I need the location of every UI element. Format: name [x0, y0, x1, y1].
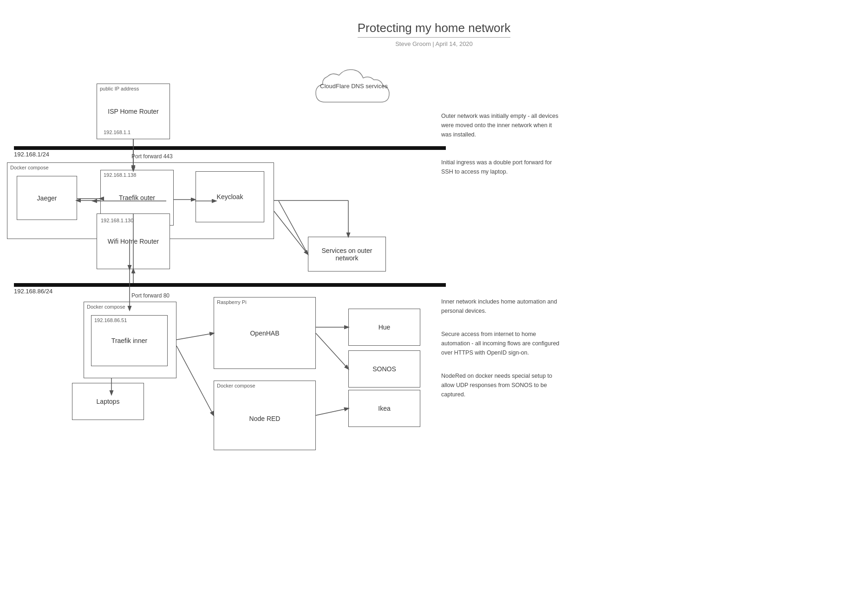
- hue-box: Hue: [348, 309, 420, 346]
- keycloak-name: Keycloak: [217, 193, 243, 200]
- ikea-name: Ikea: [378, 405, 390, 412]
- cloud-label: CloudFlare DNS services: [317, 83, 391, 90]
- node-red-container-label: Docker compose: [217, 383, 255, 388]
- page-subtitle: Steve Groom | April 14, 2020: [0, 40, 868, 47]
- services-outer-name: Services on outer network: [308, 245, 385, 264]
- openhab-name: OpenHAB: [250, 330, 279, 337]
- jaeger-box: Jaeger: [17, 176, 77, 220]
- raspberry-pi-label: Raspberry Pi: [217, 299, 247, 305]
- cloudflare-cloud: CloudFlare DNS services: [307, 65, 399, 116]
- isp-router-box: public IP address ISP Home Router 192.16…: [97, 84, 170, 139]
- port-forward-443-label: Port forward 443: [131, 153, 173, 160]
- inner-annotation-2: Secure access from internet to home auto…: [441, 330, 562, 357]
- isp-label: public IP address: [100, 86, 139, 91]
- outer-annotation-2: Initial ingress was a double port forwar…: [441, 158, 562, 176]
- svg-line-26: [316, 333, 348, 369]
- node-red-name: Node RED: [249, 415, 281, 422]
- docker-compose-noderedcontainer: Docker compose Node RED: [214, 381, 316, 450]
- raspberry-pi-container: Raspberry Pi OpenHAB: [214, 297, 316, 369]
- svg-line-22: [176, 333, 214, 340]
- docker-compose-inner: Docker compose 192.168.86.51 Traefik inn…: [84, 302, 176, 378]
- jaeger-name: Jaeger: [37, 194, 57, 202]
- traefik-outer-name: Traefik outer: [119, 194, 155, 201]
- inner-annotation-3: NodeRed on docker needs special setup to…: [441, 371, 562, 399]
- svg-line-27: [316, 408, 348, 415]
- laptops-box: Laptops: [72, 383, 144, 420]
- traefik-inner-box: 192.168.86.51 Traefik inner: [91, 315, 168, 366]
- inner-annotation-1: Inner network includes home automation a…: [441, 297, 562, 316]
- wifi-router-ip: 192.168.1.130: [101, 218, 133, 223]
- sonos-box: SONOS: [348, 350, 420, 388]
- ikea-box: Ikea: [348, 390, 420, 427]
- outer-network-label: 192.168.1/24: [14, 151, 49, 158]
- docker-compose-inner-label: Docker compose: [87, 304, 125, 310]
- traefik-outer-ip: 192.168.1.138: [104, 172, 136, 178]
- docker-compose-outer-label: Docker compose: [10, 165, 49, 170]
- traefik-inner-name: Traefik inner: [111, 337, 147, 344]
- svg-line-10: [274, 211, 308, 254]
- sonos-name: SONOS: [372, 365, 396, 373]
- outer-annotation-1: Outer network was initially empty - all …: [441, 111, 562, 139]
- laptops-name: Laptops: [97, 398, 120, 405]
- hue-name: Hue: [379, 323, 391, 331]
- svg-line-23: [176, 346, 214, 415]
- page-title: Protecting my home network: [358, 21, 510, 38]
- keycloak-box: Keycloak: [196, 171, 264, 222]
- wifi-router-box: 192.168.1.130 Wifi Home Router: [97, 213, 170, 269]
- inner-network-label: 192.168.86/24: [14, 288, 52, 295]
- outer-network-line: [14, 146, 446, 150]
- isp-ip: 192.168.1.1: [104, 129, 131, 135]
- inner-network-line: [14, 283, 446, 287]
- services-outer-box: Services on outer network: [308, 237, 386, 271]
- traefik-inner-ip: 192.168.86.51: [94, 317, 127, 323]
- svg-line-9: [274, 211, 308, 254]
- wifi-router-name: Wifi Home Router: [108, 238, 159, 245]
- isp-name: ISP Home Router: [108, 108, 158, 115]
- port-forward-80-label: Port forward 80: [131, 292, 170, 299]
- svg-line-11: [279, 201, 308, 254]
